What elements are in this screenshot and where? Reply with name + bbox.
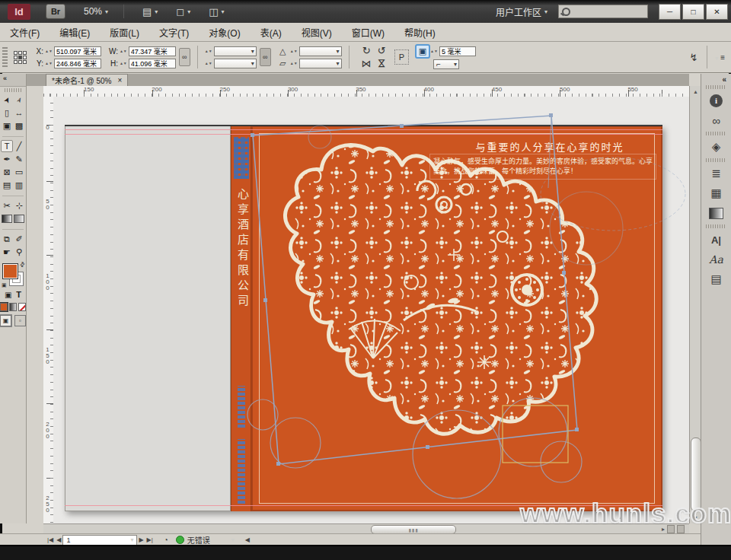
h-field[interactable] (129, 59, 176, 68)
rotate-ccw-button[interactable]: ↺ (376, 45, 388, 56)
scale-y-dropdown[interactable] (214, 59, 257, 68)
apply-color-button[interactable] (0, 303, 8, 311)
menu-item[interactable]: 文件(F) (0, 26, 49, 39)
swap-fill-stroke-icon[interactable]: ⇄ (18, 260, 27, 269)
menu-item[interactable]: 文字(T) (149, 26, 199, 39)
select-container-button[interactable]: P (394, 49, 409, 65)
preflight-dropdown-icon[interactable]: ▾ (231, 536, 235, 543)
selection-tool[interactable]: ➤ (1, 94, 13, 106)
apply-none-button[interactable] (18, 303, 26, 311)
horizontal-grid-tool[interactable]: ▤ (1, 179, 13, 191)
panel-grip[interactable] (2, 47, 8, 67)
vertical-ruler[interactable]: 050100150200250 (43, 97, 54, 523)
fill-swatch[interactable] (2, 263, 18, 279)
vertical-grid-tool[interactable]: ▥ (13, 179, 25, 191)
content-collector-tool[interactable]: ▣ (1, 119, 13, 132)
gradient-feather-tool[interactable] (13, 212, 25, 224)
horizontal-ruler[interactable]: 150200250300350400450500550 (43, 86, 689, 97)
preflight-menu-icon[interactable]: ◔ (164, 536, 168, 544)
constrain-dimensions-chain-icon[interactable]: ∞ (179, 48, 190, 66)
corner-options-button[interactable]: ▣ (417, 46, 429, 57)
first-page-button[interactable]: |◀ (47, 536, 53, 543)
menu-item[interactable]: 版面(L) (100, 26, 149, 39)
page-number-field[interactable]: 1▾ (62, 535, 137, 546)
h-stepper[interactable]: ▲▼ (120, 62, 127, 65)
menu-item[interactable]: 表(A) (251, 26, 292, 39)
apply-gradient-button[interactable] (9, 303, 17, 311)
collapse-panel-icon[interactable]: « (701, 74, 731, 84)
hand-tool[interactable]: ☛ (1, 246, 13, 258)
corner-radius-field[interactable] (439, 46, 476, 56)
scale-x-dropdown[interactable] (214, 46, 257, 56)
free-transform-tool[interactable]: ⊹ (13, 199, 25, 212)
next-page-button[interactable]: ▶ (139, 536, 143, 543)
swatches-panel-icon[interactable]: ▦ (701, 183, 731, 203)
minimize-button[interactable]: ─ (659, 4, 681, 20)
menu-item[interactable]: 视图(V) (292, 26, 342, 39)
document-canvas[interactable]: 心享酒店有限公司 (53, 97, 689, 523)
note-tool[interactable]: ⧉ (1, 233, 13, 245)
corner-shape-dropdown[interactable]: ⌐ (433, 59, 459, 69)
panel-grip[interactable] (5, 88, 21, 92)
panel-menu-button[interactable]: ▾ ≡ (715, 53, 725, 62)
gradient-swatch-tool[interactable] (1, 212, 13, 224)
layers-panel-icon[interactable]: ◈ (701, 137, 731, 157)
rotate-cw-button[interactable]: ↻ (361, 45, 372, 56)
character-panel-icon[interactable]: A| (701, 230, 731, 250)
statusbar-splitter[interactable]: ◀ (245, 536, 250, 543)
menu-item[interactable]: 编辑(E) (49, 26, 100, 39)
quick-apply-lightning-icon[interactable]: ↯ (688, 52, 699, 63)
shear-angle-dropdown[interactable] (299, 59, 342, 68)
pen-tool[interactable]: ✒ (1, 153, 13, 165)
constrain-scale-chain-icon[interactable]: ∞ (260, 48, 271, 66)
default-fill-stroke-icon[interactable]: ▣ (2, 282, 7, 288)
info-panel-icon[interactable]: i (701, 91, 731, 110)
fill-stroke-indicator[interactable]: ⇄ ▣ (2, 263, 24, 286)
vertical-scrollbar[interactable]: ▲ ▼ (689, 86, 701, 523)
pencil-tool[interactable]: ✎ (13, 153, 25, 165)
panel-grip[interactable] (706, 158, 726, 162)
direct-selection-tool[interactable]: ➢ (13, 94, 25, 106)
arrange-documents-dropdown[interactable]: ◫ ▾ (209, 6, 224, 18)
rectangle-tool[interactable]: ▭ (13, 166, 25, 178)
menu-item[interactable]: 帮助(H) (394, 26, 445, 39)
last-page-button[interactable]: ▶| (147, 536, 153, 543)
scissors-tool[interactable]: ✂ (1, 199, 13, 212)
view-options-dropdown[interactable]: ▤ ▾ (142, 6, 158, 18)
page-tool[interactable]: ▯ (1, 107, 13, 119)
y-field[interactable] (54, 59, 101, 68)
formatting-affects-container-button[interactable]: ▣ (5, 288, 11, 301)
frame-tool[interactable]: ⊠ (1, 166, 13, 178)
links-panel-icon[interactable]: ∞ (701, 110, 731, 130)
y-stepper[interactable]: ▲▼ (45, 62, 53, 65)
glyphs-panel-icon[interactable]: Aa (701, 250, 731, 269)
previous-page-button[interactable]: ◀ (56, 536, 61, 543)
formatting-affects-text-button[interactable]: T (16, 288, 21, 301)
tab-close-icon[interactable]: × (118, 76, 123, 84)
panel-grip[interactable] (706, 132, 726, 135)
gap-tool[interactable]: ↔ (13, 107, 25, 119)
document-tab[interactable]: *未命名-1 @ 50% × (46, 74, 128, 86)
preview-mode-button[interactable]: ▫ (14, 315, 26, 326)
menu-item[interactable]: 对象(O) (199, 26, 250, 39)
bridge-button[interactable]: Br (46, 4, 65, 19)
normal-view-mode-button[interactable]: ▣ (0, 315, 11, 326)
scroll-up-icon[interactable]: ▲ (691, 87, 701, 97)
flip-horizontal-button[interactable]: ⋈ (361, 58, 372, 69)
search-input[interactable] (558, 5, 648, 18)
content-placer-tool[interactable]: ▩ (13, 119, 25, 132)
eyedropper-tool[interactable]: ✐ (13, 233, 25, 245)
stroke-panel-icon[interactable]: ≣ (701, 164, 731, 183)
flip-vertical-button[interactable]: ⋈ (376, 58, 388, 69)
menu-item[interactable]: 窗口(W) (342, 26, 394, 39)
x-field[interactable] (54, 46, 101, 56)
reference-point-selector[interactable] (14, 51, 27, 64)
line-tool[interactable]: ╱ (13, 140, 25, 152)
w-field[interactable] (129, 46, 176, 56)
x-stepper[interactable]: ▲▼ (45, 49, 53, 52)
w-stepper[interactable]: ▲▼ (120, 49, 127, 52)
rotation-angle-dropdown[interactable] (299, 46, 342, 56)
panel-grip[interactable] (706, 85, 726, 89)
zoom-tool[interactable]: ⚲ (13, 246, 25, 258)
gradient-panel-icon[interactable] (701, 203, 731, 223)
